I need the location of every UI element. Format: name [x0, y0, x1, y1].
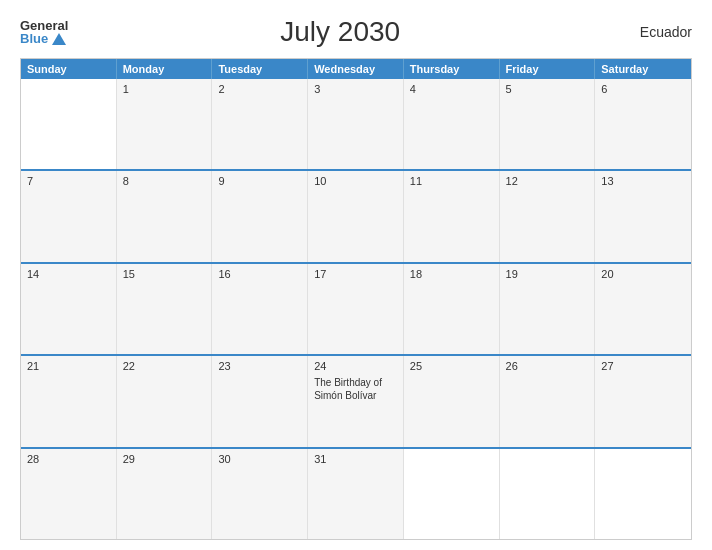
day-number: 27	[601, 360, 685, 372]
day-number: 9	[218, 175, 301, 187]
calendar-cell: 8	[117, 171, 213, 261]
day-number: 5	[506, 83, 589, 95]
calendar-cell: 4	[404, 79, 500, 169]
calendar-cell: 27	[595, 356, 691, 446]
day-of-week-header: Wednesday	[308, 59, 404, 79]
event-label: The Birthday of Simón Bolívar	[314, 376, 397, 402]
calendar-cell: 30	[212, 449, 308, 539]
calendar-cell: 1	[117, 79, 213, 169]
calendar: SundayMondayTuesdayWednesdayThursdayFrid…	[20, 58, 692, 540]
calendar-cell: 9	[212, 171, 308, 261]
day-of-week-header: Saturday	[595, 59, 691, 79]
day-number: 14	[27, 268, 110, 280]
day-number: 6	[601, 83, 685, 95]
calendar-cell	[595, 449, 691, 539]
calendar-cell: 2	[212, 79, 308, 169]
day-number: 30	[218, 453, 301, 465]
day-number: 10	[314, 175, 397, 187]
calendar-cell: 17	[308, 264, 404, 354]
day-of-week-header: Thursday	[404, 59, 500, 79]
calendar-header-row: SundayMondayTuesdayWednesdayThursdayFrid…	[21, 59, 691, 79]
day-number: 2	[218, 83, 301, 95]
calendar-cell: 25	[404, 356, 500, 446]
calendar-cell: 6	[595, 79, 691, 169]
calendar-cell: 19	[500, 264, 596, 354]
calendar-cell: 31	[308, 449, 404, 539]
calendar-cell: 14	[21, 264, 117, 354]
calendar-week: 21222324The Birthday of Simón Bolívar252…	[21, 356, 691, 448]
calendar-cell: 3	[308, 79, 404, 169]
day-number: 29	[123, 453, 206, 465]
logo-blue-text: Blue	[20, 32, 66, 45]
logo: General Blue	[20, 19, 68, 45]
day-of-week-header: Tuesday	[212, 59, 308, 79]
calendar-week: 123456	[21, 79, 691, 171]
calendar-cell: 18	[404, 264, 500, 354]
country-label: Ecuador	[612, 24, 692, 40]
calendar-cell: 5	[500, 79, 596, 169]
calendar-cell: 20	[595, 264, 691, 354]
calendar-cell: 29	[117, 449, 213, 539]
day-of-week-header: Friday	[500, 59, 596, 79]
day-number: 19	[506, 268, 589, 280]
calendar-cell: 7	[21, 171, 117, 261]
calendar-cell	[21, 79, 117, 169]
calendar-week: 28293031	[21, 449, 691, 539]
calendar-cell: 24The Birthday of Simón Bolívar	[308, 356, 404, 446]
calendar-week: 14151617181920	[21, 264, 691, 356]
calendar-cell: 11	[404, 171, 500, 261]
calendar-cell: 26	[500, 356, 596, 446]
day-number: 20	[601, 268, 685, 280]
day-number: 22	[123, 360, 206, 372]
header: General Blue July 2030 Ecuador	[20, 16, 692, 48]
day-number: 11	[410, 175, 493, 187]
calendar-cell	[500, 449, 596, 539]
calendar-cell: 22	[117, 356, 213, 446]
day-number: 26	[506, 360, 589, 372]
day-of-week-header: Sunday	[21, 59, 117, 79]
day-number: 25	[410, 360, 493, 372]
calendar-cell: 13	[595, 171, 691, 261]
day-number: 13	[601, 175, 685, 187]
calendar-week: 78910111213	[21, 171, 691, 263]
day-number: 17	[314, 268, 397, 280]
day-number: 12	[506, 175, 589, 187]
day-number: 24	[314, 360, 397, 372]
calendar-cell: 21	[21, 356, 117, 446]
calendar-cell: 23	[212, 356, 308, 446]
calendar-cell: 16	[212, 264, 308, 354]
day-number: 18	[410, 268, 493, 280]
day-number: 28	[27, 453, 110, 465]
calendar-cell: 10	[308, 171, 404, 261]
calendar-cell: 15	[117, 264, 213, 354]
day-number: 3	[314, 83, 397, 95]
logo-triangle-icon	[52, 33, 66, 45]
day-number: 21	[27, 360, 110, 372]
day-of-week-header: Monday	[117, 59, 213, 79]
day-number: 31	[314, 453, 397, 465]
day-number: 8	[123, 175, 206, 187]
calendar-title: July 2030	[68, 16, 612, 48]
day-number: 7	[27, 175, 110, 187]
day-number: 15	[123, 268, 206, 280]
calendar-body: 123456789101112131415161718192021222324T…	[21, 79, 691, 539]
day-number: 23	[218, 360, 301, 372]
day-number: 16	[218, 268, 301, 280]
day-number: 1	[123, 83, 206, 95]
calendar-cell: 28	[21, 449, 117, 539]
day-number: 4	[410, 83, 493, 95]
calendar-cell: 12	[500, 171, 596, 261]
calendar-cell	[404, 449, 500, 539]
page: General Blue July 2030 Ecuador SundayMon…	[0, 0, 712, 550]
